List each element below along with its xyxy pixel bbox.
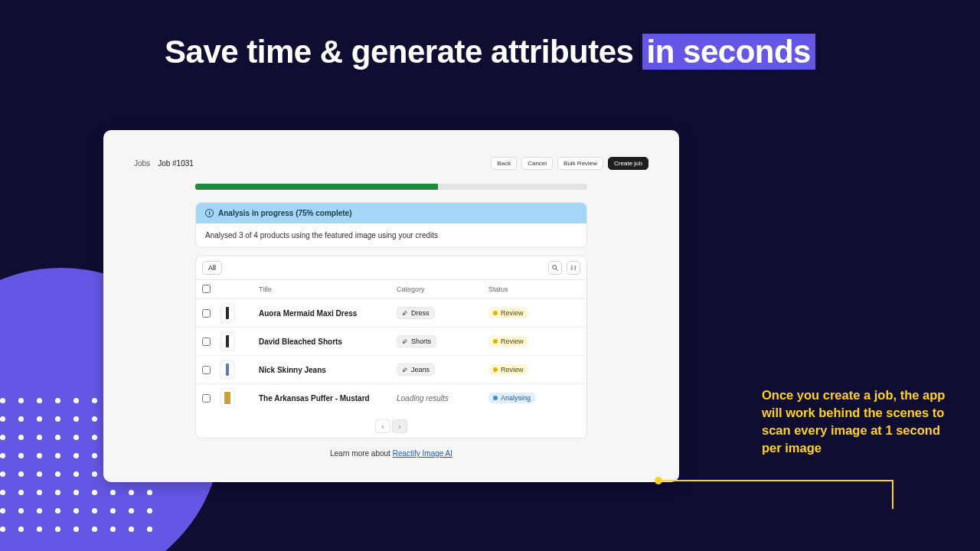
row-checkbox[interactable] (202, 394, 220, 403)
product-thumb (220, 360, 234, 379)
table-row[interactable]: Nick Skinny Jeans Jeans Review (196, 355, 586, 383)
select-all-checkbox[interactable] (202, 285, 220, 293)
app-window: Jobs Job #1031 Back Cancel Bulk Review C… (103, 130, 679, 482)
product-title: Auora Mermaid Maxi Dress (259, 309, 397, 318)
breadcrumb: Jobs Job #1031 (134, 159, 194, 168)
product-title: Nick Skinny Jeans (259, 366, 397, 374)
analysis-banner: i Analysis in progress (75% complete) An… (195, 202, 587, 248)
page-headline-highlight: in seconds (642, 34, 815, 70)
svg-line-1 (556, 269, 558, 271)
col-category: Category (397, 285, 488, 293)
status-badge: Review (488, 336, 528, 347)
top-actions: Back Cancel Bulk Review Create job (491, 157, 648, 170)
callout-connector-v (892, 480, 893, 509)
filter-icons (548, 261, 580, 275)
learn-more: Learn more about Reactify Image AI (195, 449, 587, 458)
search-icon[interactable] (548, 261, 562, 275)
pager-next[interactable]: › (392, 419, 407, 433)
callout-connector-h (662, 480, 892, 481)
product-thumb (220, 332, 234, 350)
pager: ‹ › (196, 412, 586, 438)
breadcrumb-current: Job #1031 (158, 159, 194, 168)
analysis-banner-body: Analysed 3 of 4 products using the featu… (196, 223, 586, 247)
product-thumb (220, 389, 234, 407)
table-row[interactable]: Auora Mermaid Maxi Dress Dress Review (196, 298, 586, 327)
table-row[interactable]: David Bleached Shorts Shorts Review (196, 327, 586, 355)
bulk-review-button[interactable]: Bulk Review (557, 157, 603, 170)
page-headline-pre: Save time & generate attributes (165, 34, 642, 70)
row-checkbox[interactable] (202, 309, 220, 318)
category-pill: Jeans (397, 364, 435, 376)
svg-point-0 (553, 266, 557, 269)
cancel-button[interactable]: Cancel (521, 157, 553, 170)
category-pill: Dress (397, 307, 435, 319)
progress-bar (195, 184, 587, 190)
table-header: Title Category Status (196, 280, 586, 298)
learn-more-link[interactable]: Reactify Image AI (393, 449, 452, 458)
table-row[interactable]: The Arkansas Puffer - Mustard Loading re… (196, 383, 586, 412)
products-table: Title Category Status Auora Mermaid Maxi… (195, 280, 587, 439)
page-headline: Save time & generate attributes in secon… (0, 34, 980, 70)
product-thumb (220, 304, 234, 322)
back-button[interactable]: Back (491, 157, 517, 170)
col-title: Title (259, 285, 397, 293)
tab-all[interactable]: All (202, 261, 222, 275)
col-status: Status (488, 285, 580, 293)
row-checkbox[interactable] (202, 366, 220, 374)
category-loading: Loading results (397, 394, 488, 403)
learn-more-pre: Learn more about (330, 449, 393, 458)
status-badge: Analysing (488, 393, 535, 403)
category-pill: Shorts (397, 335, 436, 347)
analysis-banner-header: i Analysis in progress (75% complete) (196, 203, 586, 223)
info-icon: i (205, 209, 214, 217)
breadcrumb-root[interactable]: Jobs (134, 159, 150, 168)
callout-text: Once you create a job, the app will work… (762, 386, 962, 457)
status-badge: Review (488, 308, 528, 318)
filter-bar: All (195, 256, 587, 280)
row-checkbox[interactable] (202, 337, 220, 346)
topbar: Jobs Job #1031 Back Cancel Bulk Review C… (134, 156, 648, 170)
pager-prev[interactable]: ‹ (375, 419, 390, 433)
create-job-button[interactable]: Create job (608, 157, 648, 170)
sort-icon[interactable] (567, 261, 580, 275)
progress-fill (195, 184, 438, 190)
status-badge: Review (488, 364, 528, 375)
product-title: David Bleached Shorts (259, 337, 397, 346)
product-title: The Arkansas Puffer - Mustard (259, 394, 397, 403)
callout-anchor-dot (655, 477, 662, 484)
analysis-banner-title: Analysis in progress (75% complete) (218, 209, 352, 217)
